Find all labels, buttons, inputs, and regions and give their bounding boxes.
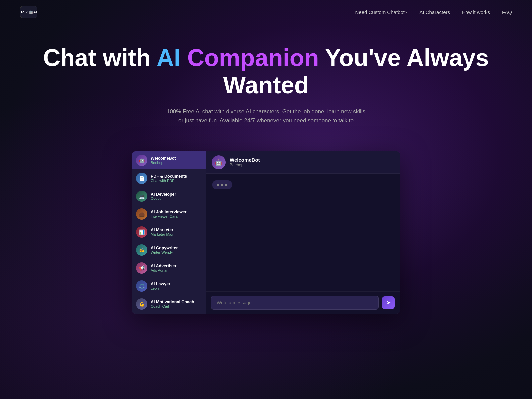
chat-ui: 🤖 WelcomeBot Beebop 📄 PDF & Documents Ch… [132,151,400,314]
sidebar-info-1: PDF & Documents Chat with PDF [151,174,202,183]
send-icon: ➤ [386,299,391,306]
navbar: Talk 🤖AI Need Custom Chatbot? AI Charact… [0,0,532,24]
sidebar-name-7: AI Lawyer [151,282,202,286]
hero-companion-text: Companion [181,44,319,71]
chat-main: 🤖 WelcomeBot Beebop ➤ [206,151,400,314]
sidebar-item-1[interactable]: 📄 PDF & Documents Chat with PDF [132,169,206,187]
logo-box: Talk 🤖AI [20,6,37,18]
sidebar-name-2: AI Developer [151,192,202,197]
nav-links: Need Custom Chatbot? AI Characters How i… [355,9,512,15]
sidebar-name-3: AI Job Interviewer [151,210,202,214]
sidebar-sub-8: Coach Carl [151,304,202,308]
sidebar-sub-1: Chat with PDF [151,179,202,183]
chat-header-sub: Beebop [230,163,394,167]
sidebar-info-0: WelcomeBot Beebop [151,156,202,165]
hero-ai-text: AI [157,44,181,71]
nav-link-faq[interactable]: FAQ [502,9,512,15]
nav-link-ai-characters[interactable]: AI Characters [419,9,450,15]
avatar-0: 🤖 [136,155,147,166]
sidebar-item-3[interactable]: 💼 AI Job Interviewer Interviewer Cara [132,205,206,223]
nav-link-how-it-works[interactable]: How it works [462,9,490,15]
sidebar-item-4[interactable]: 📊 AI Marketer Marketer Max [132,223,206,241]
sidebar-info-8: AI Motivational Coach Coach Carl [151,300,202,308]
avatar-1: 📄 [136,173,147,184]
sidebar-name-6: AI Advertiser [151,264,202,268]
hero-heading: Chat with AI Companion You've Always Wan… [7,44,525,99]
typing-dot-3 [225,184,227,186]
sidebar-item-7[interactable]: ⚖️ AI Lawyer Leon [132,277,206,295]
sidebar-name-8: AI Motivational Coach [151,300,202,304]
avatar-7: ⚖️ [136,280,147,292]
sidebar-info-6: AI Advertiser Ads Adrian [151,264,202,272]
send-button[interactable]: ➤ [382,296,395,309]
sidebar-sub-0: Beebop [151,161,202,165]
sidebar-item-0[interactable]: 🤖 WelcomeBot Beebop [132,151,206,169]
typing-indicator [212,180,232,189]
chat-header-name: WelcomeBot [230,157,394,163]
hero-subheading: 100% Free AI chat with diverse AI charac… [166,107,366,125]
logo[interactable]: Talk 🤖AI [20,6,37,18]
sidebar-item-5[interactable]: ✍️ AI Copywriter Writer Wendy [132,241,206,259]
message-input[interactable] [211,296,379,310]
avatar-6: 📢 [136,262,147,274]
chat-header-info: WelcomeBot Beebop [230,157,394,167]
sidebar-info-7: AI Lawyer Leon [151,282,202,290]
chat-input-area: ➤ [206,291,400,314]
sidebar-item-8[interactable]: 💪 AI Motivational Coach Coach Carl [132,295,206,313]
sidebar-sub-6: Ads Adrian [151,268,202,272]
sidebar-sub-7: Leon [151,286,202,290]
sidebar-name-1: PDF & Documents [151,174,202,179]
chat-messages [206,174,400,291]
logo-text: Talk 🤖AI [20,10,37,14]
sidebar-name-5: AI Copywriter [151,246,202,250]
nav-link-custom-chatbot[interactable]: Need Custom Chatbot? [355,9,408,15]
sidebar-name-0: WelcomeBot [151,156,202,161]
sidebar-info-3: AI Job Interviewer Interviewer Cara [151,210,202,218]
sidebar-item-2[interactable]: 💻 AI Developer Codey [132,187,206,205]
avatar-8: 💪 [136,298,147,310]
typing-dot-2 [221,184,223,186]
sidebar-info-2: AI Developer Codey [151,192,202,200]
sidebar: 🤖 WelcomeBot Beebop 📄 PDF & Documents Ch… [132,151,206,314]
chat-header: 🤖 WelcomeBot Beebop [206,151,400,174]
sidebar-sub-4: Marketer Max [151,232,202,236]
chat-header-avatar: 🤖 [212,155,226,169]
sidebar-item-9[interactable]: ❤️ AI Relationship Coach Coach Chloe [132,313,206,314]
sidebar-info-4: AI Marketer Marketer Max [151,228,202,236]
sidebar-sub-2: Codey [151,197,202,200]
avatar-3: 💼 [136,208,147,220]
sidebar-name-4: AI Marketer [151,228,202,232]
hero-section: Chat with AI Companion You've Always Wan… [0,24,532,151]
sidebar-info-5: AI Copywriter Writer Wendy [151,246,202,254]
sidebar-sub-3: Interviewer Cara [151,214,202,218]
sidebar-sub-5: Writer Wendy [151,250,202,254]
hero-heading-pre: Chat with [43,44,156,71]
avatar-5: ✍️ [136,244,147,256]
typing-dot-1 [217,184,219,186]
avatar-4: 📊 [136,226,147,238]
sidebar-item-6[interactable]: 📢 AI Advertiser Ads Adrian [132,259,206,277]
avatar-2: 💻 [136,191,147,202]
